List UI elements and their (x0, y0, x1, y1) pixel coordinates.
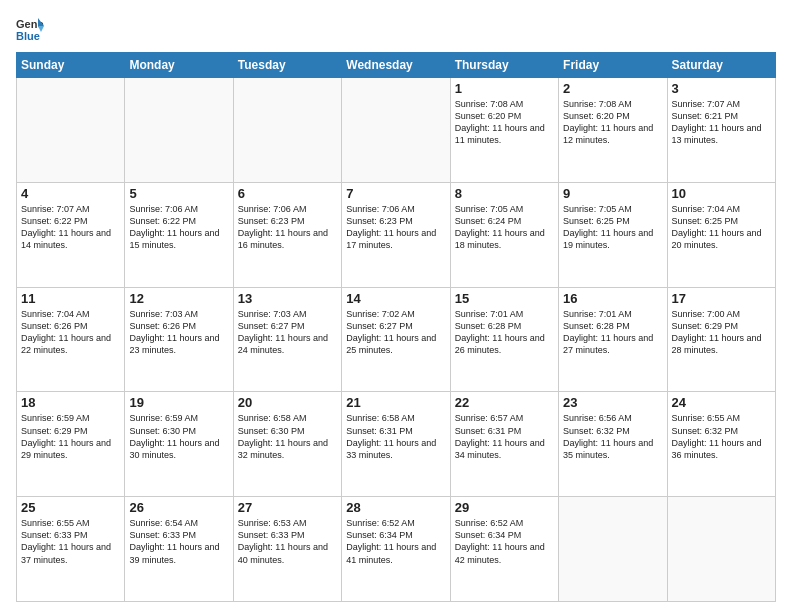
day-info: Sunrise: 6:54 AM Sunset: 6:33 PM Dayligh… (129, 517, 228, 566)
day-info: Sunrise: 6:52 AM Sunset: 6:34 PM Dayligh… (346, 517, 445, 566)
day-number: 28 (346, 500, 445, 515)
day-number: 8 (455, 186, 554, 201)
day-cell: 12Sunrise: 7:03 AM Sunset: 6:26 PM Dayli… (125, 287, 233, 392)
day-cell (559, 497, 667, 602)
day-info: Sunrise: 7:05 AM Sunset: 6:24 PM Dayligh… (455, 203, 554, 252)
weekday-wednesday: Wednesday (342, 53, 450, 78)
day-cell: 6Sunrise: 7:06 AM Sunset: 6:23 PM Daylig… (233, 182, 341, 287)
day-cell (125, 78, 233, 183)
day-number: 26 (129, 500, 228, 515)
day-cell: 21Sunrise: 6:58 AM Sunset: 6:31 PM Dayli… (342, 392, 450, 497)
day-info: Sunrise: 7:08 AM Sunset: 6:20 PM Dayligh… (563, 98, 662, 147)
weekday-thursday: Thursday (450, 53, 558, 78)
day-info: Sunrise: 7:07 AM Sunset: 6:21 PM Dayligh… (672, 98, 771, 147)
day-cell: 23Sunrise: 6:56 AM Sunset: 6:32 PM Dayli… (559, 392, 667, 497)
day-info: Sunrise: 7:03 AM Sunset: 6:26 PM Dayligh… (129, 308, 228, 357)
day-cell: 26Sunrise: 6:54 AM Sunset: 6:33 PM Dayli… (125, 497, 233, 602)
logo: General Blue (16, 16, 44, 44)
day-number: 17 (672, 291, 771, 306)
day-number: 25 (21, 500, 120, 515)
day-info: Sunrise: 6:57 AM Sunset: 6:31 PM Dayligh… (455, 412, 554, 461)
day-number: 5 (129, 186, 228, 201)
day-cell: 10Sunrise: 7:04 AM Sunset: 6:25 PM Dayli… (667, 182, 775, 287)
day-number: 18 (21, 395, 120, 410)
day-info: Sunrise: 7:08 AM Sunset: 6:20 PM Dayligh… (455, 98, 554, 147)
day-cell (342, 78, 450, 183)
day-cell: 16Sunrise: 7:01 AM Sunset: 6:28 PM Dayli… (559, 287, 667, 392)
day-number: 24 (672, 395, 771, 410)
day-number: 29 (455, 500, 554, 515)
day-info: Sunrise: 7:04 AM Sunset: 6:25 PM Dayligh… (672, 203, 771, 252)
weekday-sunday: Sunday (17, 53, 125, 78)
page: General Blue SundayMondayTuesdayWednesda… (0, 0, 792, 612)
day-info: Sunrise: 6:55 AM Sunset: 6:32 PM Dayligh… (672, 412, 771, 461)
day-cell: 1Sunrise: 7:08 AM Sunset: 6:20 PM Daylig… (450, 78, 558, 183)
day-number: 12 (129, 291, 228, 306)
day-number: 9 (563, 186, 662, 201)
day-info: Sunrise: 6:58 AM Sunset: 6:30 PM Dayligh… (238, 412, 337, 461)
day-info: Sunrise: 6:53 AM Sunset: 6:33 PM Dayligh… (238, 517, 337, 566)
day-info: Sunrise: 6:59 AM Sunset: 6:30 PM Dayligh… (129, 412, 228, 461)
day-cell: 19Sunrise: 6:59 AM Sunset: 6:30 PM Dayli… (125, 392, 233, 497)
week-row-1: 4Sunrise: 7:07 AM Sunset: 6:22 PM Daylig… (17, 182, 776, 287)
day-number: 6 (238, 186, 337, 201)
day-info: Sunrise: 7:01 AM Sunset: 6:28 PM Dayligh… (563, 308, 662, 357)
day-number: 14 (346, 291, 445, 306)
day-cell: 29Sunrise: 6:52 AM Sunset: 6:34 PM Dayli… (450, 497, 558, 602)
day-cell: 3Sunrise: 7:07 AM Sunset: 6:21 PM Daylig… (667, 78, 775, 183)
day-cell: 7Sunrise: 7:06 AM Sunset: 6:23 PM Daylig… (342, 182, 450, 287)
svg-text:Blue: Blue (16, 30, 40, 42)
day-cell (233, 78, 341, 183)
day-info: Sunrise: 7:01 AM Sunset: 6:28 PM Dayligh… (455, 308, 554, 357)
day-info: Sunrise: 7:00 AM Sunset: 6:29 PM Dayligh… (672, 308, 771, 357)
day-info: Sunrise: 7:06 AM Sunset: 6:23 PM Dayligh… (238, 203, 337, 252)
weekday-tuesday: Tuesday (233, 53, 341, 78)
day-info: Sunrise: 6:55 AM Sunset: 6:33 PM Dayligh… (21, 517, 120, 566)
day-number: 13 (238, 291, 337, 306)
day-info: Sunrise: 7:06 AM Sunset: 6:23 PM Dayligh… (346, 203, 445, 252)
week-row-3: 18Sunrise: 6:59 AM Sunset: 6:29 PM Dayli… (17, 392, 776, 497)
day-cell: 17Sunrise: 7:00 AM Sunset: 6:29 PM Dayli… (667, 287, 775, 392)
day-info: Sunrise: 7:07 AM Sunset: 6:22 PM Dayligh… (21, 203, 120, 252)
day-cell: 18Sunrise: 6:59 AM Sunset: 6:29 PM Dayli… (17, 392, 125, 497)
day-info: Sunrise: 7:04 AM Sunset: 6:26 PM Dayligh… (21, 308, 120, 357)
day-info: Sunrise: 7:05 AM Sunset: 6:25 PM Dayligh… (563, 203, 662, 252)
day-cell: 28Sunrise: 6:52 AM Sunset: 6:34 PM Dayli… (342, 497, 450, 602)
header: General Blue (16, 16, 776, 44)
day-cell: 5Sunrise: 7:06 AM Sunset: 6:22 PM Daylig… (125, 182, 233, 287)
day-cell: 4Sunrise: 7:07 AM Sunset: 6:22 PM Daylig… (17, 182, 125, 287)
day-cell (17, 78, 125, 183)
day-number: 19 (129, 395, 228, 410)
day-number: 1 (455, 81, 554, 96)
day-cell: 11Sunrise: 7:04 AM Sunset: 6:26 PM Dayli… (17, 287, 125, 392)
day-number: 10 (672, 186, 771, 201)
day-cell: 25Sunrise: 6:55 AM Sunset: 6:33 PM Dayli… (17, 497, 125, 602)
day-info: Sunrise: 7:02 AM Sunset: 6:27 PM Dayligh… (346, 308, 445, 357)
day-cell: 22Sunrise: 6:57 AM Sunset: 6:31 PM Dayli… (450, 392, 558, 497)
day-cell: 20Sunrise: 6:58 AM Sunset: 6:30 PM Dayli… (233, 392, 341, 497)
day-number: 16 (563, 291, 662, 306)
day-cell: 27Sunrise: 6:53 AM Sunset: 6:33 PM Dayli… (233, 497, 341, 602)
week-row-2: 11Sunrise: 7:04 AM Sunset: 6:26 PM Dayli… (17, 287, 776, 392)
day-number: 3 (672, 81, 771, 96)
calendar: SundayMondayTuesdayWednesdayThursdayFrid… (16, 52, 776, 602)
logo-icon: General Blue (16, 16, 44, 44)
day-number: 22 (455, 395, 554, 410)
day-number: 27 (238, 500, 337, 515)
day-cell: 9Sunrise: 7:05 AM Sunset: 6:25 PM Daylig… (559, 182, 667, 287)
day-number: 4 (21, 186, 120, 201)
day-number: 15 (455, 291, 554, 306)
day-cell: 24Sunrise: 6:55 AM Sunset: 6:32 PM Dayli… (667, 392, 775, 497)
day-info: Sunrise: 7:06 AM Sunset: 6:22 PM Dayligh… (129, 203, 228, 252)
weekday-monday: Monday (125, 53, 233, 78)
day-number: 7 (346, 186, 445, 201)
weekday-friday: Friday (559, 53, 667, 78)
day-number: 23 (563, 395, 662, 410)
day-number: 21 (346, 395, 445, 410)
day-cell: 8Sunrise: 7:05 AM Sunset: 6:24 PM Daylig… (450, 182, 558, 287)
day-info: Sunrise: 6:59 AM Sunset: 6:29 PM Dayligh… (21, 412, 120, 461)
day-cell: 14Sunrise: 7:02 AM Sunset: 6:27 PM Dayli… (342, 287, 450, 392)
day-cell (667, 497, 775, 602)
day-number: 20 (238, 395, 337, 410)
day-number: 11 (21, 291, 120, 306)
